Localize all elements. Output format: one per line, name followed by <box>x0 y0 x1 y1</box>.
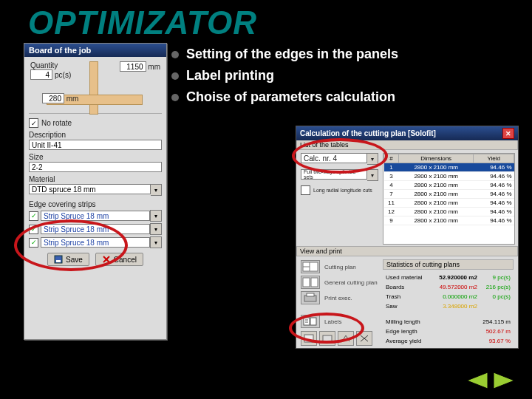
board-dialog: Board of the job Quantity 4 pc(s) 1150 m… <box>24 43 167 340</box>
stat-unit: 9 pc(s) <box>480 273 512 282</box>
strip-combo[interactable]: Strip Spruce 18 mm <box>41 237 150 248</box>
width-input[interactable]: 1150 <box>120 61 146 72</box>
optimize-value: Full two-ways optimize sets <box>301 169 367 180</box>
stats-table: Used material52.920000 m29 pc(s) Boards4… <box>383 272 514 347</box>
strip-combo[interactable]: Strip Spruce 18 mm <box>41 224 150 234</box>
col-num: # <box>384 154 399 163</box>
row-dim: 2800 x 2100 mm <box>399 190 474 199</box>
longcut-label: Long radial longitude cuts <box>313 188 372 193</box>
stat-key: Average yield <box>384 337 430 345</box>
svg-rect-7 <box>303 278 310 287</box>
strip-checkbox[interactable]: ✓ <box>29 238 38 248</box>
next-slide-button[interactable] <box>492 371 517 390</box>
row-num: 11 <box>384 199 399 208</box>
tool-cutting-plan[interactable]: Cutting plan <box>301 260 378 273</box>
optimize-select[interactable]: Full two-ways optimize sets ▾ <box>301 169 378 181</box>
tool-label: General cutting plan <box>324 279 378 286</box>
stat-val: 93.67 % <box>432 337 512 345</box>
material-label: Material <box>29 175 162 183</box>
chevron-down-icon[interactable]: ▾ <box>367 169 378 181</box>
row-dim: 2800 x 2100 mm <box>399 208 474 216</box>
svg-rect-11 <box>304 318 310 325</box>
bullet-list: Setting of the edges in the panels Label… <box>171 44 398 109</box>
stat-unit: 0 pc(s) <box>480 293 512 301</box>
row-yield: 94.46 % <box>474 190 514 199</box>
calc-titlebar: Calculation of the cutting plan [Solofit… <box>296 126 518 140</box>
tool-general-plan[interactable]: General cutting plan <box>301 276 378 289</box>
stat-val: 49.572000 m2 <box>432 283 479 291</box>
calc-title: Calculation of the cutting plan [Solofit… <box>300 129 436 137</box>
svg-rect-1 <box>56 260 61 262</box>
stat-val: 502.67 m <box>432 327 512 335</box>
row-dim: 2800 x 2100 mm <box>399 172 474 181</box>
slide-title: OPTIMIZATOR <box>28 4 257 41</box>
stat-key: Used material <box>384 273 430 282</box>
bullet-text: Choise of parameters calculation <box>186 87 395 107</box>
edge-strips: ✓Strip Spruce 18 mm▾ ✓Strip Spruce 18 mm… <box>29 210 162 248</box>
bullet-dot <box>171 72 179 80</box>
toolbar-btn[interactable] <box>319 331 335 346</box>
description-input[interactable]: Unit II-41 <box>29 140 162 150</box>
stat-val: 0.000000 m2 <box>432 293 479 301</box>
norotate-label: No rotate <box>41 119 72 127</box>
row-num: 7 <box>384 190 399 199</box>
quantity-label: Quantity <box>30 61 71 69</box>
row-yield: 94.46 % <box>474 163 514 172</box>
stat-val: 3.348000 m2 <box>432 302 479 310</box>
material-value: DTD spruce 18 mm <box>29 184 151 194</box>
view-section-label: View and print <box>296 246 518 256</box>
plan-icon <box>301 276 320 289</box>
col-yield: Yield <box>474 154 514 163</box>
stat-key: Saw <box>384 302 430 310</box>
chevron-down-icon[interactable]: ▾ <box>150 236 162 248</box>
tables-list[interactable]: # Dimensions Yield 12800 x 2100 mm94.46 … <box>383 153 515 245</box>
stat-key: Milling length <box>384 318 430 326</box>
toolbar-btn[interactable] <box>356 331 372 346</box>
row-dim: 2800 x 2100 mm <box>399 216 474 225</box>
stat-key: Trash <box>384 293 430 301</box>
prev-slide-button[interactable] <box>464 371 489 390</box>
strip-combo[interactable]: Strip Spruce 18 mm <box>41 211 150 221</box>
save-icon <box>54 255 63 264</box>
chevron-down-icon[interactable]: ▾ <box>150 210 162 222</box>
row-num: 4 <box>384 181 399 190</box>
row-num: 12 <box>384 208 399 216</box>
svg-rect-12 <box>310 318 316 325</box>
chevron-down-icon[interactable]: ▾ <box>150 223 162 235</box>
board-dialog-titlebar: Board of the job <box>24 44 166 57</box>
chevron-down-icon[interactable]: ▾ <box>367 153 378 165</box>
calc-select[interactable]: Calc. nr. 4 ▾ <box>301 153 378 165</box>
height-input[interactable]: 280 <box>42 93 64 103</box>
row-dim: 2800 x 2100 mm <box>399 163 474 172</box>
quantity-input[interactable]: 4 <box>30 69 52 80</box>
longcut-checkbox[interactable] <box>301 185 310 195</box>
row-yield: 94.46 % <box>474 199 514 208</box>
save-button[interactable]: Save <box>47 253 89 266</box>
stats-title: Statistics of cutting plans <box>383 259 514 270</box>
cancel-button[interactable]: Cancel <box>95 253 143 266</box>
row-dim: 2800 x 2100 mm <box>399 199 474 208</box>
cancel-icon <box>102 255 111 264</box>
close-icon[interactable]: ✕ <box>502 128 514 139</box>
bullet-dot <box>171 94 179 101</box>
strip-checkbox[interactable]: ✓ <box>29 225 38 234</box>
row-yield: 94.46 % <box>474 208 514 216</box>
label-icon <box>301 315 320 328</box>
toolbar-btn[interactable] <box>301 331 317 346</box>
size-input[interactable]: 2-2 <box>29 162 162 172</box>
chevron-down-icon[interactable]: ▾ <box>151 184 162 196</box>
row-yield: 94.46 % <box>474 172 514 181</box>
strip-checkbox[interactable]: ✓ <box>29 211 38 221</box>
description-label: Description <box>29 131 162 139</box>
tool-label: Cutting plan <box>324 264 356 270</box>
tool-labels[interactable]: Labels <box>301 315 378 328</box>
tool-print[interactable]: Print exec. <box>301 291 378 304</box>
quantity-unit: pc(s) <box>55 71 71 79</box>
stat-val: 254.115 m <box>432 318 512 326</box>
row-num: 9 <box>384 216 399 225</box>
norotate-checkbox[interactable]: ✓ <box>29 118 38 128</box>
save-label: Save <box>66 256 83 264</box>
material-combo[interactable]: DTD spruce 18 mm ▾ <box>29 184 162 196</box>
toolbar-btn[interactable] <box>338 331 354 346</box>
bullet-text: Label printing <box>186 66 274 86</box>
